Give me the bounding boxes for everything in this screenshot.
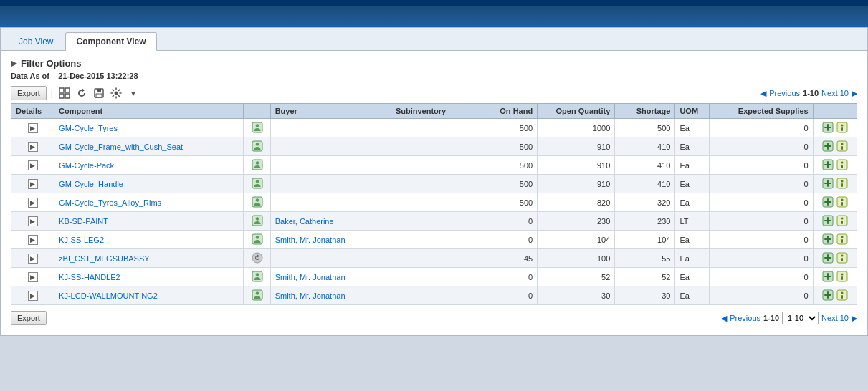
col-header-shortage: Shortage — [615, 104, 675, 119]
col-header-on-hand: On Hand — [477, 104, 538, 119]
supply-icon[interactable] — [821, 233, 834, 246]
supply-icon[interactable] — [821, 177, 834, 190]
svg-point-24 — [841, 162, 843, 164]
detail-icon[interactable] — [836, 251, 849, 264]
save-icon[interactable] — [92, 86, 106, 100]
expand-row-btn[interactable]: ▶ — [28, 291, 38, 301]
component-link[interactable]: KJ-SS-HANDLE2 — [59, 273, 120, 281]
table-header-row: Details Component Buyer Subinventory On … — [11, 104, 857, 119]
supply-icon[interactable] — [821, 158, 834, 171]
buyer-icon[interactable] — [251, 233, 264, 246]
detail-icon[interactable] — [836, 289, 849, 301]
expand-all-icon[interactable] — [57, 86, 72, 100]
component-link[interactable]: KJ-SS-LEG2 — [59, 236, 104, 244]
tab-job-view[interactable]: Job View — [8, 32, 64, 50]
next-button-bottom[interactable]: Next 10 — [821, 314, 849, 322]
action-icons — [821, 289, 849, 301]
on-hand-cell: 0 — [477, 286, 538, 305]
buyer-icon[interactable] — [251, 158, 264, 171]
buyer-icon[interactable] — [251, 289, 264, 301]
supply-icon[interactable] — [821, 214, 834, 227]
data-as-of: Data As of 21-Dec-2015 13:22:28 — [11, 72, 857, 80]
export-button-top[interactable]: Export — [11, 86, 47, 100]
tab-component-view[interactable]: Component View — [65, 32, 156, 51]
previous-button-bottom[interactable]: Previous — [730, 314, 760, 322]
uom-cell: Ea — [675, 175, 710, 193]
detail-icon[interactable] — [836, 233, 849, 246]
component-link[interactable]: KJ-LCD-WALLMOUNTING2 — [59, 291, 158, 300]
expand-row-btn[interactable]: ▶ — [28, 198, 38, 208]
detail-icon[interactable] — [836, 158, 849, 171]
component-link[interactable]: GM-Cycle_Frame_with_Cush_Seat — [59, 143, 183, 151]
svg-point-45 — [255, 236, 258, 238]
col-header-uom: UOM — [675, 104, 710, 119]
component-link[interactable]: GM-Cycle-Pack — [59, 161, 114, 170]
detail-icon[interactable] — [836, 214, 849, 227]
previous-button-top[interactable]: Previous — [769, 89, 800, 97]
svg-rect-54 — [841, 258, 843, 261]
buyer-icon[interactable] — [251, 177, 264, 190]
expand-row-btn[interactable]: ▶ — [28, 216, 38, 226]
detail-icon[interactable] — [836, 177, 849, 190]
buyer-name-link[interactable]: Smith, Mr. Jonathan — [275, 291, 345, 300]
component-link[interactable]: KB-SD-PAINT — [59, 217, 108, 226]
dropdown-arrow-icon[interactable]: ▼ — [126, 86, 140, 100]
settings-icon[interactable] — [109, 86, 123, 100]
on-hand-cell: 500 — [477, 119, 538, 137]
buyer-name-link[interactable]: Baker, Catherine — [275, 217, 334, 226]
uom-cell: Ea — [675, 286, 710, 305]
action-icons — [821, 270, 849, 283]
expand-row-btn[interactable]: ▶ — [28, 160, 38, 170]
table-row: ▶GM-Cycle_Handle500910410Ea0 — [11, 175, 857, 193]
component-link[interactable]: GM-Cycle_Tyres — [59, 124, 118, 132]
supply-icon[interactable] — [821, 121, 834, 134]
supply-icon[interactable] — [821, 140, 834, 153]
expand-row-btn[interactable]: ▶ — [28, 179, 38, 189]
toolbar-separator: | — [51, 88, 53, 98]
component-link[interactable]: GM-Cycle_Tyres_Alloy_Rims — [59, 198, 161, 207]
expand-row-btn[interactable]: ▶ — [28, 123, 38, 133]
component-link[interactable]: GM-Cycle_Handle — [59, 180, 123, 188]
refresh-icon[interactable] — [75, 86, 89, 100]
action-icons — [821, 251, 849, 264]
buyer-icon[interactable] — [251, 196, 264, 208]
expand-row-btn[interactable]: ▶ — [28, 254, 38, 264]
supply-icon[interactable] — [821, 270, 834, 283]
expand-row-btn[interactable]: ▶ — [28, 235, 38, 245]
buyer-name-link[interactable]: Smith, Mr. Jonathan — [275, 236, 345, 244]
supply-icon[interactable] — [821, 251, 834, 264]
expand-row-btn[interactable]: ▶ — [28, 272, 38, 282]
table-row: ▶GM-Cycle_Frame_with_Cush_Seat500910410E… — [11, 137, 857, 156]
detail-icon[interactable] — [836, 270, 849, 283]
export-button-bottom[interactable]: Export — [11, 311, 47, 325]
next-button-top[interactable]: Next 10 — [821, 89, 849, 97]
svg-rect-25 — [841, 165, 843, 168]
detail-icon[interactable] — [836, 140, 849, 153]
filter-title[interactable]: ▶ Filter Options — [11, 58, 857, 69]
buyer-name-link[interactable]: Smith, Mr. Jonathan — [275, 273, 345, 281]
component-link[interactable]: zBI_CST_MFGSUBASSY — [59, 254, 150, 263]
supply-icon[interactable] — [821, 289, 834, 301]
expand-row-btn[interactable]: ▶ — [28, 142, 38, 152]
table-row: ▶KJ-SS-LEG2Smith, Mr. Jonathan0104104Ea0 — [11, 231, 857, 249]
buyer-icon[interactable] — [251, 251, 264, 264]
buyer-icon[interactable] — [251, 140, 264, 153]
supply-icon[interactable] — [821, 196, 834, 208]
buyer-icon[interactable] — [251, 214, 264, 227]
shortage-cell: 55 — [615, 249, 675, 268]
table-row: ▶KJ-LCD-WALLMOUNTING2Smith, Mr. Jonathan… — [11, 286, 857, 305]
expected-supplies-cell: 0 — [710, 212, 813, 231]
open-qty-cell: 30 — [538, 286, 615, 305]
subinventory-cell — [391, 231, 477, 249]
uom-cell: Ea — [675, 193, 710, 212]
buyer-icon[interactable] — [251, 121, 264, 134]
page-select-bottom[interactable]: 1-10 — [782, 312, 819, 324]
uom-cell: Ea — [675, 231, 710, 249]
open-qty-cell: 104 — [538, 231, 615, 249]
detail-icon[interactable] — [836, 196, 849, 208]
subinventory-cell — [391, 137, 477, 156]
svg-point-15 — [255, 143, 258, 145]
page-range-top: 1-10 — [803, 89, 819, 97]
detail-icon[interactable] — [836, 121, 849, 134]
buyer-icon[interactable] — [251, 270, 264, 283]
